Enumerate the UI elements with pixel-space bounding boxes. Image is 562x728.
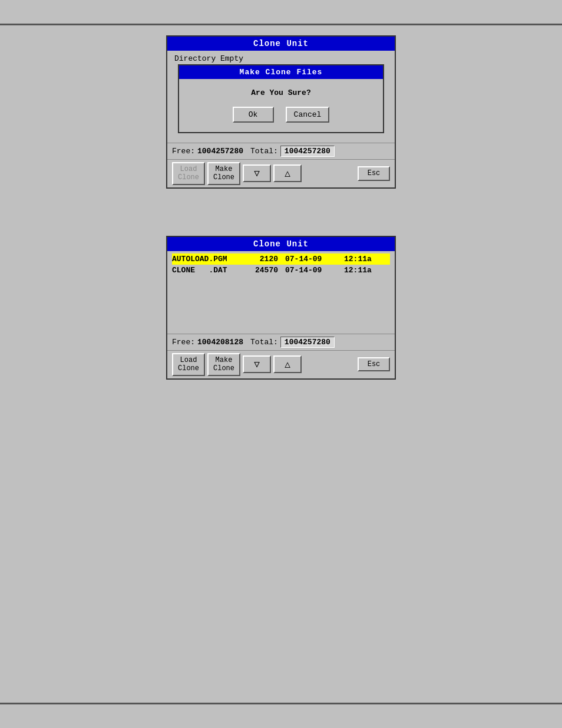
- load-clone-button-2[interactable]: LoadClone: [172, 353, 205, 376]
- total-value-1: 1004257280: [280, 146, 335, 157]
- directory-text-1: Directory Empty: [172, 53, 390, 64]
- file-time-autoload: 12:11a: [344, 255, 379, 263]
- clone-unit-title-1: Clone Unit: [167, 37, 395, 51]
- status-bar-1: Free: 1004257280 Total: 1004257280: [167, 143, 395, 159]
- file-name-autoload: AUTOLOAD.PGM: [172, 255, 243, 263]
- total-label-2: Total:: [250, 338, 278, 347]
- bottom-border: [0, 703, 562, 704]
- free-label-2: Free:: [172, 338, 195, 347]
- file-list: AUTOLOAD.PGM 2120 07-14-09 12:11a CLONE …: [167, 251, 395, 334]
- dialog-cancel-button[interactable]: Cancel: [286, 107, 330, 123]
- button-bar-1: LoadClone MakeClone ▽ △ Esc: [167, 159, 395, 187]
- file-row-clone[interactable]: CLONE .DAT 24570 07-14-09 12:11a: [172, 265, 390, 276]
- make-clone-button-2[interactable]: MakeClone: [207, 353, 240, 376]
- file-row-autoload[interactable]: AUTOLOAD.PGM 2120 07-14-09 12:11a: [172, 253, 390, 265]
- file-date-autoload: 07-14-09: [285, 255, 344, 263]
- free-value-1: 1004257280: [197, 147, 243, 156]
- file-size-clone: 24570: [243, 266, 278, 275]
- free-label-1: Free:: [172, 147, 195, 156]
- make-clone-dialog: Make Clone Files Are You Sure? Ok Cancel: [178, 64, 384, 133]
- make-clone-dialog-title: Make Clone Files: [179, 65, 383, 79]
- make-clone-dialog-body: Are You Sure? Ok Cancel: [179, 79, 383, 132]
- file-time-clone: 12:11a: [344, 266, 379, 275]
- clone-unit-window-2: Clone Unit AUTOLOAD.PGM 2120 07-14-09 12…: [166, 236, 396, 380]
- dialog-ok-button[interactable]: Ok: [233, 107, 274, 123]
- status-bar-2: Free: 1004208128 Total: 1004257280: [167, 334, 395, 350]
- total-value-2: 1004257280: [280, 337, 335, 348]
- clone-unit-title-2: Clone Unit: [167, 237, 395, 251]
- down-arrow-button-1[interactable]: ▽: [243, 164, 271, 182]
- esc-button-2[interactable]: Esc: [358, 357, 390, 371]
- load-clone-button-1[interactable]: LoadClone: [172, 162, 205, 185]
- up-arrow-button-2[interactable]: △: [273, 355, 302, 373]
- free-value-2: 1004208128: [197, 338, 243, 347]
- dialog-question: Are You Sure?: [191, 88, 371, 97]
- down-arrow-button-2[interactable]: ▽: [243, 355, 271, 373]
- up-arrow-button-1[interactable]: △: [273, 164, 302, 182]
- total-label-1: Total:: [250, 147, 278, 156]
- file-size-autoload: 2120: [243, 255, 278, 263]
- clone-unit-window-1: Clone Unit Directory Empty Make Clone Fi…: [166, 35, 396, 189]
- file-date-clone: 07-14-09: [285, 266, 344, 275]
- esc-button-1[interactable]: Esc: [358, 166, 390, 180]
- make-clone-button-1[interactable]: MakeClone: [207, 162, 240, 185]
- button-bar-2: LoadClone MakeClone ▽ △ Esc: [167, 350, 395, 378]
- file-name-clone: CLONE .DAT: [172, 266, 243, 275]
- top-border: [0, 24, 562, 25]
- dialog-buttons: Ok Cancel: [191, 107, 371, 123]
- clone-window-body-1: Directory Empty Make Clone Files Are You…: [167, 51, 395, 143]
